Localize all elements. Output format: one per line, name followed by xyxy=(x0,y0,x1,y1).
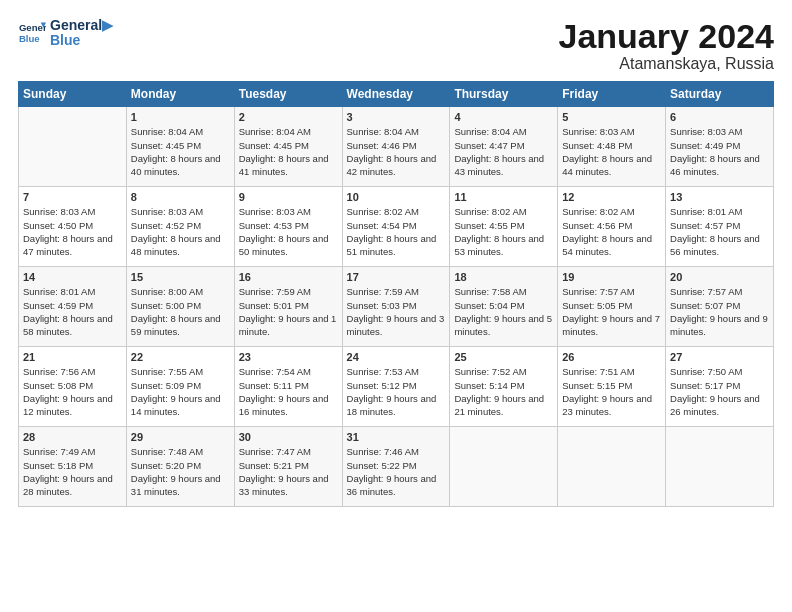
day-detail: Sunrise: 8:02 AMSunset: 4:54 PMDaylight:… xyxy=(347,205,446,258)
day-number: 21 xyxy=(23,351,122,363)
day-number: 26 xyxy=(562,351,661,363)
weekday-header-row: SundayMondayTuesdayWednesdayThursdayFrid… xyxy=(19,82,774,107)
svg-text:Blue: Blue xyxy=(19,33,40,44)
day-detail: Sunrise: 7:56 AMSunset: 5:08 PMDaylight:… xyxy=(23,365,122,418)
day-number: 16 xyxy=(239,271,338,283)
calendar-cell xyxy=(450,427,558,507)
day-detail: Sunrise: 8:04 AMSunset: 4:45 PMDaylight:… xyxy=(239,125,338,178)
calendar-cell: 25Sunrise: 7:52 AMSunset: 5:14 PMDayligh… xyxy=(450,347,558,427)
day-number: 8 xyxy=(131,191,230,203)
day-detail: Sunrise: 8:04 AMSunset: 4:47 PMDaylight:… xyxy=(454,125,553,178)
weekday-header: Friday xyxy=(558,82,666,107)
logo: General Blue General▶ Blue xyxy=(18,18,113,49)
day-detail: Sunrise: 7:47 AMSunset: 5:21 PMDaylight:… xyxy=(239,445,338,498)
calendar-cell: 13Sunrise: 8:01 AMSunset: 4:57 PMDayligh… xyxy=(666,187,774,267)
weekday-header: Tuesday xyxy=(234,82,342,107)
calendar-week-row: 28Sunrise: 7:49 AMSunset: 5:18 PMDayligh… xyxy=(19,427,774,507)
day-detail: Sunrise: 8:00 AMSunset: 5:00 PMDaylight:… xyxy=(131,285,230,338)
weekday-header: Saturday xyxy=(666,82,774,107)
calendar-cell: 17Sunrise: 7:59 AMSunset: 5:03 PMDayligh… xyxy=(342,267,450,347)
calendar-cell: 11Sunrise: 8:02 AMSunset: 4:55 PMDayligh… xyxy=(450,187,558,267)
weekday-header: Monday xyxy=(126,82,234,107)
day-number: 12 xyxy=(562,191,661,203)
calendar-cell xyxy=(558,427,666,507)
header: General Blue General▶ Blue January 2024 … xyxy=(18,18,774,73)
day-number: 19 xyxy=(562,271,661,283)
day-detail: Sunrise: 8:02 AMSunset: 4:55 PMDaylight:… xyxy=(454,205,553,258)
calendar-cell: 21Sunrise: 7:56 AMSunset: 5:08 PMDayligh… xyxy=(19,347,127,427)
calendar-week-row: 21Sunrise: 7:56 AMSunset: 5:08 PMDayligh… xyxy=(19,347,774,427)
logo-text: General▶ xyxy=(50,18,113,33)
day-number: 13 xyxy=(670,191,769,203)
day-detail: Sunrise: 7:57 AMSunset: 5:07 PMDaylight:… xyxy=(670,285,769,338)
day-number: 29 xyxy=(131,431,230,443)
calendar-cell: 24Sunrise: 7:53 AMSunset: 5:12 PMDayligh… xyxy=(342,347,450,427)
calendar-cell: 3Sunrise: 8:04 AMSunset: 4:46 PMDaylight… xyxy=(342,107,450,187)
day-number: 10 xyxy=(347,191,446,203)
day-detail: Sunrise: 7:57 AMSunset: 5:05 PMDaylight:… xyxy=(562,285,661,338)
calendar-subtitle: Atamanskaya, Russia xyxy=(559,55,775,73)
day-number: 31 xyxy=(347,431,446,443)
day-number: 15 xyxy=(131,271,230,283)
calendar-cell: 5Sunrise: 8:03 AMSunset: 4:48 PMDaylight… xyxy=(558,107,666,187)
day-number: 22 xyxy=(131,351,230,363)
day-number: 2 xyxy=(239,111,338,123)
calendar-table: SundayMondayTuesdayWednesdayThursdayFrid… xyxy=(18,81,774,507)
day-number: 18 xyxy=(454,271,553,283)
calendar-cell: 28Sunrise: 7:49 AMSunset: 5:18 PMDayligh… xyxy=(19,427,127,507)
calendar-cell: 23Sunrise: 7:54 AMSunset: 5:11 PMDayligh… xyxy=(234,347,342,427)
day-number: 28 xyxy=(23,431,122,443)
calendar-cell: 18Sunrise: 7:58 AMSunset: 5:04 PMDayligh… xyxy=(450,267,558,347)
calendar-cell: 8Sunrise: 8:03 AMSunset: 4:52 PMDaylight… xyxy=(126,187,234,267)
day-detail: Sunrise: 8:03 AMSunset: 4:53 PMDaylight:… xyxy=(239,205,338,258)
day-detail: Sunrise: 8:03 AMSunset: 4:49 PMDaylight:… xyxy=(670,125,769,178)
day-number: 27 xyxy=(670,351,769,363)
day-detail: Sunrise: 7:52 AMSunset: 5:14 PMDaylight:… xyxy=(454,365,553,418)
calendar-cell: 29Sunrise: 7:48 AMSunset: 5:20 PMDayligh… xyxy=(126,427,234,507)
calendar-cell: 10Sunrise: 8:02 AMSunset: 4:54 PMDayligh… xyxy=(342,187,450,267)
day-detail: Sunrise: 7:55 AMSunset: 5:09 PMDaylight:… xyxy=(131,365,230,418)
day-number: 23 xyxy=(239,351,338,363)
calendar-cell xyxy=(666,427,774,507)
logo-subtext: Blue xyxy=(50,33,113,48)
calendar-cell: 15Sunrise: 8:00 AMSunset: 5:00 PMDayligh… xyxy=(126,267,234,347)
logo-icon: General Blue xyxy=(18,19,46,47)
weekday-header: Sunday xyxy=(19,82,127,107)
calendar-cell: 9Sunrise: 8:03 AMSunset: 4:53 PMDaylight… xyxy=(234,187,342,267)
day-detail: Sunrise: 7:48 AMSunset: 5:20 PMDaylight:… xyxy=(131,445,230,498)
calendar-cell: 2Sunrise: 8:04 AMSunset: 4:45 PMDaylight… xyxy=(234,107,342,187)
day-detail: Sunrise: 7:53 AMSunset: 5:12 PMDaylight:… xyxy=(347,365,446,418)
day-number: 11 xyxy=(454,191,553,203)
day-detail: Sunrise: 7:46 AMSunset: 5:22 PMDaylight:… xyxy=(347,445,446,498)
day-detail: Sunrise: 8:04 AMSunset: 4:45 PMDaylight:… xyxy=(131,125,230,178)
calendar-cell: 26Sunrise: 7:51 AMSunset: 5:15 PMDayligh… xyxy=(558,347,666,427)
day-detail: Sunrise: 7:49 AMSunset: 5:18 PMDaylight:… xyxy=(23,445,122,498)
day-detail: Sunrise: 7:58 AMSunset: 5:04 PMDaylight:… xyxy=(454,285,553,338)
day-number: 7 xyxy=(23,191,122,203)
calendar-cell: 14Sunrise: 8:01 AMSunset: 4:59 PMDayligh… xyxy=(19,267,127,347)
title-block: January 2024 Atamanskaya, Russia xyxy=(559,18,775,73)
day-detail: Sunrise: 7:59 AMSunset: 5:03 PMDaylight:… xyxy=(347,285,446,338)
day-number: 17 xyxy=(347,271,446,283)
day-detail: Sunrise: 8:01 AMSunset: 4:59 PMDaylight:… xyxy=(23,285,122,338)
day-detail: Sunrise: 7:54 AMSunset: 5:11 PMDaylight:… xyxy=(239,365,338,418)
day-detail: Sunrise: 8:03 AMSunset: 4:52 PMDaylight:… xyxy=(131,205,230,258)
day-detail: Sunrise: 7:59 AMSunset: 5:01 PMDaylight:… xyxy=(239,285,338,338)
calendar-cell: 19Sunrise: 7:57 AMSunset: 5:05 PMDayligh… xyxy=(558,267,666,347)
day-number: 14 xyxy=(23,271,122,283)
calendar-cell: 31Sunrise: 7:46 AMSunset: 5:22 PMDayligh… xyxy=(342,427,450,507)
calendar-cell: 7Sunrise: 8:03 AMSunset: 4:50 PMDaylight… xyxy=(19,187,127,267)
calendar-week-row: 14Sunrise: 8:01 AMSunset: 4:59 PMDayligh… xyxy=(19,267,774,347)
day-number: 6 xyxy=(670,111,769,123)
calendar-cell: 30Sunrise: 7:47 AMSunset: 5:21 PMDayligh… xyxy=(234,427,342,507)
calendar-cell xyxy=(19,107,127,187)
day-number: 5 xyxy=(562,111,661,123)
weekday-header: Thursday xyxy=(450,82,558,107)
day-detail: Sunrise: 8:04 AMSunset: 4:46 PMDaylight:… xyxy=(347,125,446,178)
calendar-cell: 16Sunrise: 7:59 AMSunset: 5:01 PMDayligh… xyxy=(234,267,342,347)
page-container: General Blue General▶ Blue January 2024 … xyxy=(0,0,792,517)
day-detail: Sunrise: 8:03 AMSunset: 4:48 PMDaylight:… xyxy=(562,125,661,178)
calendar-cell: 27Sunrise: 7:50 AMSunset: 5:17 PMDayligh… xyxy=(666,347,774,427)
day-number: 1 xyxy=(131,111,230,123)
calendar-cell: 20Sunrise: 7:57 AMSunset: 5:07 PMDayligh… xyxy=(666,267,774,347)
